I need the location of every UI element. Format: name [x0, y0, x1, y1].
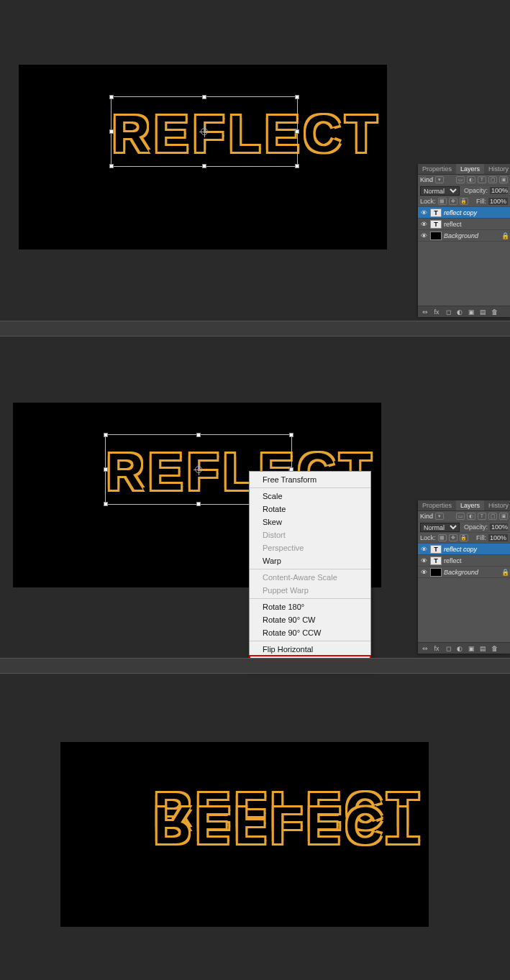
menu-skew[interactable]: Skew	[250, 516, 370, 528]
filter-type-icon[interactable]: T	[478, 176, 486, 183]
filter-smart-icon[interactable]: ▣	[499, 513, 508, 520]
visibility-eye-icon[interactable]: 👁	[419, 220, 428, 229]
menu-scale[interactable]: Scale	[250, 490, 370, 503]
transform-handle-top-center[interactable]	[202, 95, 206, 99]
lock-position-icon[interactable]: ✥	[449, 534, 457, 541]
layer-name[interactable]: reflect copy	[444, 209, 509, 216]
transform-pivot-icon[interactable]	[195, 466, 202, 473]
visibility-eye-icon[interactable]: 👁	[419, 545, 428, 554]
tab-layers[interactable]: Layers	[456, 164, 484, 174]
menu-rotate-90-ccw[interactable]: Rotate 90° CCW	[250, 626, 370, 639]
layer-group-icon[interactable]: ▣	[467, 308, 475, 316]
menu-flip-horizontal[interactable]: Flip Horizontal	[250, 643, 370, 656]
free-transform-bounding-box[interactable]	[111, 96, 298, 167]
layer-style-icon[interactable]: fx	[432, 644, 441, 652]
filter-shape-icon[interactable]: ▢	[488, 513, 497, 520]
filter-adjustment-icon[interactable]: ◐	[467, 513, 475, 520]
layers-empty-area[interactable]	[418, 578, 510, 643]
fill-value[interactable]: 100%	[488, 534, 508, 541]
layer-name[interactable]: reflect copy	[444, 546, 509, 553]
filter-pixel-icon[interactable]: ▭	[456, 176, 465, 183]
blend-mode-select[interactable]: Normal	[420, 186, 460, 196]
transform-handle-bottom-right[interactable]	[295, 164, 299, 168]
new-layer-icon[interactable]: ▤	[478, 644, 487, 652]
filter-kind-dropdown-icon[interactable]: ▾	[435, 176, 444, 183]
filter-adjustment-icon[interactable]: ◐	[467, 176, 475, 183]
layer-style-icon[interactable]: fx	[432, 308, 441, 316]
lock-pixels-icon[interactable]: ▦	[438, 534, 447, 541]
layer-thumbnail-text-icon[interactable]	[430, 557, 442, 565]
filter-kind-dropdown-icon[interactable]: ▾	[435, 513, 444, 520]
adjustment-layer-icon[interactable]: ◐	[455, 644, 464, 652]
fill-value[interactable]: 100%	[488, 198, 508, 205]
transform-handle-top-left[interactable]	[109, 95, 114, 99]
filter-pixel-icon[interactable]: ▭	[456, 513, 465, 520]
layer-name[interactable]: reflect	[444, 557, 509, 564]
layer-thumbnail-text-icon[interactable]	[430, 209, 442, 217]
tab-properties[interactable]: Properties	[418, 500, 456, 510]
delete-layer-icon[interactable]: 🗑	[490, 308, 498, 316]
layer-mask-icon[interactable]: ◻	[444, 308, 452, 316]
transform-handle-bottom-left[interactable]	[104, 502, 108, 506]
filter-shape-icon[interactable]: ▢	[488, 176, 497, 183]
menu-rotate[interactable]: Rotate	[250, 503, 370, 516]
transform-context-menu[interactable]: Free Transform Scale Rotate Skew Distort…	[249, 471, 371, 671]
layer-thumbnail-text-icon[interactable]	[430, 545, 442, 554]
tab-history[interactable]: History	[484, 164, 510, 174]
layer-row[interactable]: 👁 reflect	[418, 219, 510, 230]
canvas[interactable]: REFLECT	[19, 65, 387, 249]
canvas[interactable]: REFLECT REFLECT	[60, 742, 429, 927]
transform-handle-top-right[interactable]	[289, 433, 293, 437]
menu-rotate-90-cw[interactable]: Rotate 90° CW	[250, 613, 370, 626]
lock-all-icon[interactable]: 🔒	[460, 534, 468, 541]
opacity-value[interactable]: 100%	[490, 187, 508, 194]
tab-properties[interactable]: Properties	[418, 164, 456, 174]
transform-pivot-icon[interactable]	[201, 128, 208, 135]
filter-type-icon[interactable]: T	[478, 513, 486, 520]
layer-name[interactable]: reflect	[444, 221, 509, 228]
visibility-eye-icon[interactable]: 👁	[419, 568, 428, 577]
tab-history[interactable]: History	[484, 500, 510, 510]
transform-handle-bottom-center[interactable]	[202, 164, 206, 168]
blend-mode-select[interactable]: Normal	[420, 523, 460, 532]
new-layer-icon[interactable]: ▤	[478, 308, 487, 316]
text-layer-reflect-flipped-copy[interactable]: REFLECT	[154, 796, 423, 855]
layer-row[interactable]: 👁 Background 🔒	[418, 567, 510, 578]
tab-layers[interactable]: Layers	[456, 500, 484, 510]
layer-row[interactable]: 👁 Background 🔒	[418, 230, 510, 242]
visibility-eye-icon[interactable]: 👁	[419, 557, 428, 565]
transform-handle-top-center[interactable]	[196, 433, 201, 437]
filter-smart-icon[interactable]: ▣	[499, 176, 508, 183]
layer-thumbnail[interactable]	[430, 232, 442, 240]
link-layers-icon[interactable]: ⇔	[421, 644, 429, 652]
layers-panel[interactable]: Properties Layers History ≡ Kind ▾ ▭ ◐ T…	[418, 164, 510, 317]
transform-handle-top-left[interactable]	[104, 433, 108, 437]
lock-pixels-icon[interactable]: ▦	[438, 198, 447, 205]
adjustment-layer-icon[interactable]: ◐	[455, 308, 464, 316]
transform-handle-mid-right[interactable]	[295, 129, 299, 134]
layer-row[interactable]: 👁 reflect copy	[418, 544, 510, 555]
layers-panel[interactable]: Properties Layers History ≡ Kind ▾ ▭ ◐ T…	[418, 500, 510, 654]
layer-mask-icon[interactable]: ◻	[444, 644, 452, 652]
lock-icon[interactable]: 🔒	[501, 569, 509, 576]
lock-all-icon[interactable]: 🔒	[460, 198, 468, 205]
lock-icon[interactable]: 🔒	[501, 232, 509, 239]
opacity-value[interactable]: 100%	[490, 523, 508, 531]
delete-layer-icon[interactable]: 🗑	[490, 644, 498, 652]
menu-warp[interactable]: Warp	[250, 554, 370, 567]
transform-handle-bottom-center[interactable]	[196, 502, 201, 506]
layers-empty-area[interactable]	[418, 242, 510, 306]
transform-handle-mid-left[interactable]	[104, 467, 108, 472]
menu-free-transform[interactable]: Free Transform	[250, 473, 370, 486]
transform-handle-bottom-left[interactable]	[109, 164, 114, 168]
layer-name[interactable]: Background	[444, 232, 499, 239]
lock-position-icon[interactable]: ✥	[449, 198, 457, 205]
link-layers-icon[interactable]: ⇔	[421, 308, 429, 316]
transform-handle-mid-left[interactable]	[109, 129, 114, 134]
layer-thumbnail-text-icon[interactable]	[430, 220, 442, 229]
menu-rotate-180[interactable]: Rotate 180°	[250, 600, 370, 613]
layer-name[interactable]: Background	[444, 569, 499, 576]
layer-group-icon[interactable]: ▣	[467, 644, 475, 652]
layer-row[interactable]: 👁 reflect	[418, 555, 510, 567]
visibility-eye-icon[interactable]: 👁	[419, 209, 428, 217]
